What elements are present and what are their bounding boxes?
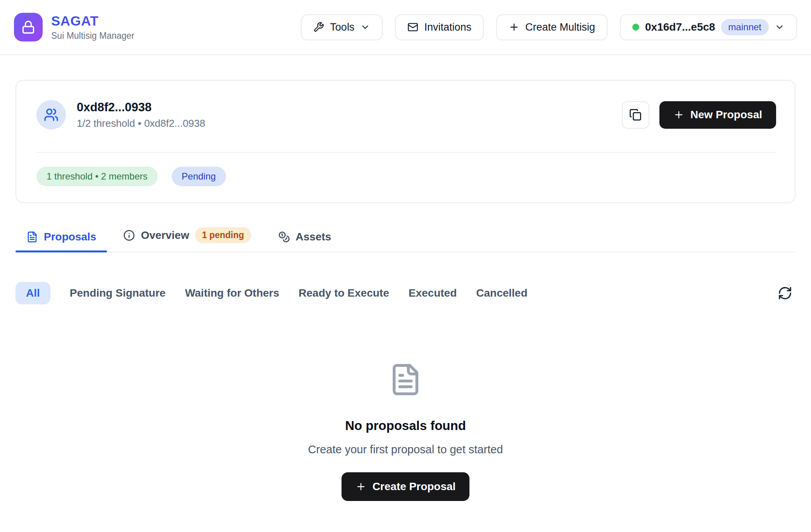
- tab-proposals[interactable]: Proposals: [16, 231, 107, 252]
- new-proposal-button[interactable]: New Proposal: [659, 101, 776, 129]
- plus-icon: [673, 109, 684, 120]
- wrench-icon: [313, 22, 324, 33]
- app-tagline: Sui Multisig Manager: [51, 31, 135, 41]
- pending-count-badge: 1 pending: [195, 227, 251, 243]
- brand-text: SAGAT Sui Multisig Manager: [51, 13, 135, 41]
- brand: SAGAT Sui Multisig Manager: [14, 13, 135, 41]
- create-proposal-label: Create Proposal: [373, 480, 456, 493]
- empty-state: No proposals found Create your first pro…: [16, 363, 795, 501]
- tab-overview[interactable]: Overview 1 pending: [112, 227, 262, 252]
- mail-icon: [407, 22, 418, 33]
- plus-icon: [355, 481, 366, 492]
- filter-executed[interactable]: Executed: [409, 282, 457, 304]
- tools-button[interactable]: Tools: [301, 14, 383, 40]
- invitations-button[interactable]: Invitations: [395, 14, 484, 40]
- filter-cancelled[interactable]: Cancelled: [476, 282, 527, 304]
- invitations-label: Invitations: [424, 21, 471, 33]
- create-multisig-label: Create Multisig: [525, 21, 595, 33]
- tools-label: Tools: [330, 21, 354, 33]
- multisig-card: 0xd8f2...0938 1/2 threshold • 0xd8f2...0…: [16, 80, 795, 203]
- tab-proposals-label: Proposals: [44, 231, 96, 243]
- badge-row: 1 threshold • 2 members Pending: [36, 167, 776, 186]
- refresh-button[interactable]: [775, 283, 795, 304]
- app-logo: [14, 13, 43, 41]
- card-divider: [36, 152, 776, 153]
- filter-all[interactable]: All: [16, 282, 50, 304]
- main-content: 0xd8f2...0938 1/2 threshold • 0xd8f2...0…: [0, 80, 811, 501]
- tab-assets-label: Assets: [296, 231, 331, 243]
- multisig-card-header: 0xd8f2...0938 1/2 threshold • 0xd8f2...0…: [36, 100, 776, 130]
- filter-waiting-for-others[interactable]: Waiting for Others: [185, 282, 279, 304]
- copy-address-button[interactable]: [622, 101, 649, 129]
- chevron-down-icon: [775, 22, 785, 32]
- status-badge: Pending: [172, 167, 226, 186]
- connection-status-dot: [632, 24, 639, 31]
- users-icon: [44, 107, 59, 122]
- coins-icon: [278, 231, 290, 243]
- multisig-titles: 0xd8f2...0938 1/2 threshold • 0xd8f2...0…: [77, 100, 205, 130]
- filter-ready-to-execute[interactable]: Ready to Execute: [299, 282, 389, 304]
- file-text-icon: [26, 231, 38, 243]
- app-title: SAGAT: [51, 13, 135, 29]
- multisig-card-actions: New Proposal: [622, 101, 776, 129]
- wallet-address: 0x16d7...e5c8: [645, 21, 715, 33]
- create-multisig-button[interactable]: Create Multisig: [496, 14, 607, 40]
- tab-overview-label: Overview: [141, 229, 189, 242]
- app-header: SAGAT Sui Multisig Manager Tools Invitat…: [0, 0, 811, 55]
- chevron-down-icon: [360, 22, 370, 32]
- document-icon: [388, 363, 423, 397]
- multisig-subtitle: 1/2 threshold • 0xd8f2...0938: [77, 117, 205, 130]
- header-actions: Tools Invitations Create Multisig 0x16d7…: [301, 14, 797, 40]
- tab-bar: Proposals Overview 1 pending Assets: [16, 227, 795, 252]
- wallet-button[interactable]: 0x16d7...e5c8 mainnet: [620, 14, 797, 40]
- tab-assets[interactable]: Assets: [267, 231, 342, 252]
- info-icon: [123, 230, 135, 241]
- new-proposal-label: New Proposal: [690, 109, 762, 121]
- plus-icon: [509, 22, 519, 33]
- members-badge: 1 threshold • 2 members: [36, 167, 158, 186]
- refresh-icon: [778, 286, 792, 301]
- network-badge: mainnet: [721, 19, 769, 35]
- multisig-avatar: [36, 100, 66, 130]
- filter-pending-signature[interactable]: Pending Signature: [70, 282, 166, 304]
- create-proposal-button[interactable]: Create Proposal: [342, 472, 470, 501]
- empty-state-title: No proposals found: [345, 418, 466, 433]
- empty-state-subtitle: Create your first proposal to get starte…: [308, 443, 503, 456]
- multisig-address-title: 0xd8f2...0938: [77, 100, 205, 114]
- copy-icon: [629, 109, 642, 121]
- proposal-filters: All Pending Signature Waiting for Others…: [16, 282, 795, 304]
- lock-icon: [21, 20, 35, 34]
